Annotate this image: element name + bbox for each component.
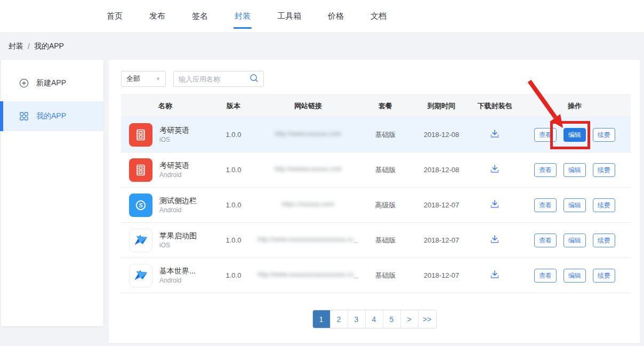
app-platform: iOS (159, 135, 189, 144)
svg-text:S: S (139, 202, 143, 208)
view-button[interactable]: 查看 (534, 163, 557, 177)
main-panel: 全部 ▼ 名称 版本 网站链接 套餐 到期时间 下载封装包 操作 (109, 60, 640, 344)
download-tray-icon[interactable] (489, 269, 501, 280)
download-tray-icon[interactable] (489, 163, 501, 175)
nav-item-package[interactable]: 封装 (235, 0, 251, 33)
app-link-redacted: https://ooooa.com/ (282, 200, 335, 208)
sidebar-item-new-app[interactable]: 新建APP (1, 68, 103, 98)
next-page-button[interactable]: > (401, 310, 418, 328)
app-expiry: 2018-12-08 (412, 166, 471, 174)
app-version: 1.0.0 (210, 201, 257, 209)
nav-item-docs[interactable]: 文档 (371, 0, 387, 33)
edit-button[interactable]: 编辑 (564, 163, 586, 177)
renew-button[interactable]: 续费 (593, 269, 615, 283)
sidebar-item-label: 我的APP (36, 111, 66, 121)
actions-cell: 查看 编辑 续费 (519, 163, 631, 177)
app-name: 考研英语 (159, 125, 189, 135)
paper-bird-icon (129, 264, 152, 287)
app-package: 基础版 (359, 165, 412, 175)
app-expiry: 2018-12-07 (412, 201, 471, 209)
plus-circle-icon (19, 78, 29, 88)
app-version: 1.0.0 (210, 271, 257, 279)
top-nav: 首页 发布 签名 封装 工具箱 价格 文档 (0, 0, 644, 33)
app-link-redacted: http://www.uuuuuuuuuuuuuuuu.com/s_ (257, 236, 353, 243)
film-reel-icon (129, 158, 152, 182)
renew-button[interactable]: 续费 (593, 163, 615, 177)
sidebar-item-label: 新建APP (36, 78, 66, 88)
renew-button[interactable]: 续费 (593, 198, 615, 212)
toolbar: 全部 ▼ (121, 71, 640, 87)
nav-item-price[interactable]: 价格 (328, 0, 344, 33)
filter-select[interactable]: 全部 ▼ (121, 71, 166, 87)
table-row: 基本世界...Android 1.0.0 http://www.uuuuuuuu… (121, 258, 631, 293)
nav-item-sign[interactable]: 签名 (192, 0, 208, 33)
pagination: 1 2 3 4 5 > >> (109, 310, 640, 328)
app-package: 基础版 (359, 236, 412, 245)
col-header-package: 套餐 (359, 101, 412, 111)
download-tray-icon[interactable] (489, 234, 501, 245)
magnifier-icon[interactable] (249, 74, 259, 85)
col-header-name: 名称 (121, 101, 210, 111)
renew-button[interactable]: 续费 (593, 234, 615, 247)
app-name: 考研英语 (159, 160, 189, 171)
col-header-actions: 操作 (519, 101, 631, 111)
page-button-2[interactable]: 2 (331, 310, 348, 328)
view-button[interactable]: 查看 (534, 234, 557, 247)
app-link-redacted: http://wwww.uuuuu.com (275, 165, 342, 173)
page-button-3[interactable]: 3 (348, 310, 366, 328)
filter-select-value: 全部 (126, 74, 140, 84)
last-page-button[interactable]: >> (418, 310, 436, 328)
link-suffix: ... (353, 237, 359, 245)
actions-cell: 查看 编辑 续费 (519, 234, 631, 247)
download-tray-icon[interactable] (489, 198, 501, 210)
breadcrumb-current: 我的APP (34, 42, 64, 51)
download-tray-icon[interactable] (489, 128, 501, 140)
app-platform: Android (159, 276, 196, 285)
app-platform: Android (159, 206, 197, 214)
nav-item-home[interactable]: 首页 (107, 0, 123, 33)
page-button-5[interactable]: 5 (383, 310, 401, 328)
sidebar-item-my-app[interactable]: 我的APP (1, 101, 103, 131)
nav-item-publish[interactable]: 发布 (149, 0, 165, 33)
app-name-cell: 基本世界...Android (121, 264, 210, 287)
s-logo-icon: S (129, 194, 152, 217)
app-name-cell: S 测试侧边栏Android (121, 194, 210, 217)
app-expiry: 2018-12-08 (412, 131, 471, 139)
table-row: 考研英语iOS 1.0.0 http://www.uuuuuu.com 基础版 … (121, 117, 631, 152)
page-button-1[interactable]: 1 (313, 310, 331, 328)
actions-cell: 查看 编辑 续费 (519, 198, 631, 212)
film-reel-icon (129, 123, 152, 147)
app-name-cell: 苹果启动图iOS (121, 229, 210, 252)
app-version: 1.0.0 (210, 236, 257, 244)
app-expiry: 2018-12-07 (412, 271, 471, 279)
app-platform: iOS (159, 241, 197, 250)
edit-button[interactable]: 编辑 (564, 234, 586, 247)
app-package: 基础版 (359, 271, 412, 280)
view-button[interactable]: 查看 (534, 198, 557, 212)
pagination-group: 1 2 3 4 5 > >> (312, 310, 437, 328)
grid-icon (19, 111, 29, 121)
edit-button[interactable]: 编辑 (564, 198, 586, 212)
actions-cell: 查看 编辑 续费 (519, 128, 631, 142)
table-row: 考研英语Android 1.0.0 http://wwww.uuuuu.com … (121, 152, 631, 188)
app-package: 基础版 (359, 130, 412, 140)
breadcrumb: 封装 / 我的APP (9, 33, 64, 60)
app-name: 基本世界... (159, 266, 196, 276)
renew-button[interactable]: 续费 (593, 128, 615, 142)
view-button[interactable]: 查看 (534, 269, 557, 283)
app-expiry: 2018-12-07 (412, 236, 471, 244)
table-row: S 测试侧边栏Android 1.0.0 https://ooooa.com/ … (121, 188, 631, 223)
app-window: 首页 发布 签名 封装 工具箱 价格 文档 封装 / 我的APP 新建APP 我… (0, 0, 644, 346)
nav-item-toolbox[interactable]: 工具箱 (277, 0, 301, 33)
caret-down-icon: ▼ (156, 76, 160, 82)
edit-button[interactable]: 编辑 (564, 269, 586, 283)
col-header-expiry: 到期时间 (412, 101, 471, 111)
search-input[interactable] (179, 75, 243, 83)
actions-cell: 查看 编辑 续费 (519, 269, 631, 283)
page-button-4[interactable]: 4 (366, 310, 383, 328)
link-suffix: ... (353, 272, 359, 280)
view-button[interactable]: 查看 (534, 128, 557, 142)
breadcrumb-section[interactable]: 封装 (9, 42, 23, 51)
edit-button[interactable]: 编辑 (564, 128, 586, 142)
app-name: 苹果启动图 (159, 231, 197, 241)
